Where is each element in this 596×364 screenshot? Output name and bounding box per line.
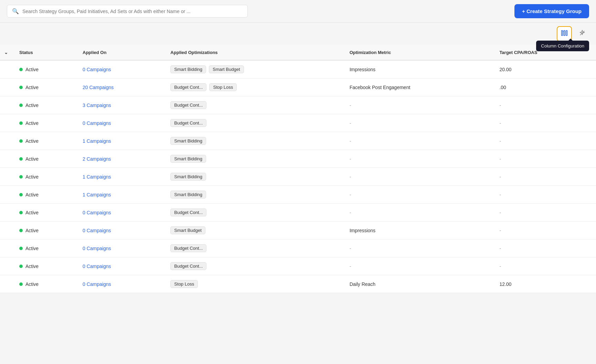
- campaigns-link[interactable]: 1 Campaigns: [83, 174, 111, 180]
- col-header-applied-optimizations[interactable]: Applied Optimizations: [165, 45, 344, 60]
- row-10-applied-on[interactable]: 0 Campaigns: [77, 239, 165, 257]
- column-config-icon: [561, 30, 568, 38]
- row-1-target: .00: [494, 78, 596, 96]
- table-row: Active3 CampaignsBudget Cont...--: [0, 96, 596, 114]
- magic-wand-button[interactable]: [575, 27, 589, 41]
- row-0-status: Active: [14, 60, 77, 78]
- create-strategy-group-button[interactable]: + Create Strategy Group: [514, 4, 589, 18]
- status-label: Active: [25, 210, 39, 215]
- optimization-tag: Smart Bidding: [170, 65, 206, 73]
- row-2-applied-on[interactable]: 3 Campaigns: [77, 96, 165, 114]
- row-1-optimization-metric: Facebook Post Engagement: [344, 78, 494, 96]
- row-6-optimizations: Smart Bidding: [165, 168, 344, 186]
- status-label: Active: [25, 174, 39, 180]
- row-4-target: -: [494, 132, 596, 150]
- row-3-applied-on[interactable]: 0 Campaigns: [77, 114, 165, 132]
- row-9-target: -: [494, 222, 596, 239]
- col-header-applied-on[interactable]: Applied On: [77, 45, 165, 60]
- row-5-optimizations: Smart Bidding: [165, 150, 344, 168]
- row-12-applied-on[interactable]: 0 Campaigns: [77, 275, 165, 293]
- active-dot: [19, 68, 23, 71]
- row-8-status: Active: [14, 204, 77, 222]
- campaigns-link[interactable]: 2 Campaigns: [83, 156, 111, 162]
- row-12-optimizations: Stop Loss: [165, 275, 344, 293]
- campaigns-link[interactable]: 20 Campaigns: [83, 85, 114, 90]
- row-7-status: Active: [14, 186, 77, 204]
- optimization-tag: Smart Bidding: [170, 137, 206, 145]
- row-10-checkbox-cell: [0, 239, 14, 257]
- status-label: Active: [25, 281, 39, 287]
- svg-rect-1: [562, 31, 563, 36]
- table-row: Active1 CampaignsSmart Bidding--: [0, 168, 596, 186]
- toolbar: Column Configuration: [0, 23, 596, 45]
- row-5-checkbox-cell: [0, 150, 14, 168]
- row-4-optimizations: Smart Bidding: [165, 132, 344, 150]
- campaigns-link[interactable]: 1 Campaigns: [83, 138, 111, 144]
- column-config-button[interactable]: [557, 26, 572, 42]
- row-8-checkbox-cell: [0, 204, 14, 222]
- row-3-target: -: [494, 114, 596, 132]
- row-7-applied-on[interactable]: 1 Campaigns: [77, 186, 165, 204]
- row-8-target: -: [494, 204, 596, 222]
- svg-rect-3: [566, 31, 567, 36]
- row-11-optimization-metric: -: [344, 257, 494, 275]
- optimization-tag: Smart Budget: [209, 65, 244, 73]
- row-6-optimization-metric: -: [344, 168, 494, 186]
- active-dot: [19, 157, 23, 161]
- active-dot: [19, 104, 23, 107]
- row-12-optimization-metric: Daily Reach: [344, 275, 494, 293]
- data-table-container: ⌄ Status Applied On Applied Optimization…: [0, 45, 596, 293]
- col-header-target[interactable]: Target CPA/ROAS: [494, 45, 596, 60]
- optimization-tag: Stop Loss: [209, 83, 237, 91]
- table-row: Active0 CampaignsStop LossDaily Reach12.…: [0, 275, 596, 293]
- campaigns-link[interactable]: 0 Campaigns: [83, 281, 111, 287]
- row-6-checkbox-cell: [0, 168, 14, 186]
- row-8-applied-on[interactable]: 0 Campaigns: [77, 204, 165, 222]
- optimization-tag: Stop Loss: [170, 280, 198, 288]
- row-0-target: 20.00: [494, 60, 596, 78]
- campaigns-link[interactable]: 0 Campaigns: [83, 228, 111, 233]
- svg-rect-2: [564, 31, 565, 36]
- status-label: Active: [25, 192, 39, 197]
- campaigns-link[interactable]: 0 Campaigns: [83, 120, 111, 126]
- campaigns-link[interactable]: 0 Campaigns: [83, 246, 111, 251]
- campaigns-link[interactable]: 0 Campaigns: [83, 264, 111, 269]
- row-6-applied-on[interactable]: 1 Campaigns: [77, 168, 165, 186]
- row-10-optimizations: Budget Cont...: [165, 239, 344, 257]
- search-container: 🔍: [7, 5, 248, 18]
- active-dot: [19, 193, 23, 196]
- campaigns-link[interactable]: 1 Campaigns: [83, 192, 111, 197]
- row-5-optimization-metric: -: [344, 150, 494, 168]
- row-4-checkbox-cell: [0, 132, 14, 150]
- row-9-applied-on[interactable]: 0 Campaigns: [77, 222, 165, 239]
- row-9-status: Active: [14, 222, 77, 239]
- row-2-optimizations: Budget Cont...: [165, 96, 344, 114]
- row-8-optimization-metric: -: [344, 204, 494, 222]
- campaigns-link[interactable]: 0 Campaigns: [83, 210, 111, 215]
- row-0-optimizations: Smart BiddingSmart Budget: [165, 60, 344, 78]
- row-0-applied-on[interactable]: 0 Campaigns: [77, 60, 165, 78]
- row-9-optimizations: Smart Budget: [165, 222, 344, 239]
- col-header-status[interactable]: Status: [14, 45, 77, 60]
- table-row: Active0 CampaignsBudget Cont...--: [0, 114, 596, 132]
- row-2-checkbox-cell: [0, 96, 14, 114]
- row-11-optimizations: Budget Cont...: [165, 257, 344, 275]
- campaigns-link[interactable]: 0 Campaigns: [83, 67, 111, 72]
- col-header-optimization-metric[interactable]: Optimization Metric: [344, 45, 494, 60]
- optimization-tag: Budget Cont...: [170, 208, 206, 216]
- row-9-checkbox-cell: [0, 222, 14, 239]
- row-5-status: Active: [14, 150, 77, 168]
- search-input[interactable]: [22, 9, 243, 14]
- status-label: Active: [25, 156, 39, 162]
- table-row: Active1 CampaignsSmart Bidding--: [0, 186, 596, 204]
- status-label: Active: [25, 138, 39, 144]
- row-11-applied-on[interactable]: 0 Campaigns: [77, 257, 165, 275]
- optimization-tag: Budget Cont...: [170, 119, 206, 127]
- row-1-applied-on[interactable]: 20 Campaigns: [77, 78, 165, 96]
- table-row: Active0 CampaignsSmart BiddingSmart Budg…: [0, 60, 596, 78]
- campaigns-link[interactable]: 3 Campaigns: [83, 103, 111, 108]
- table-row: Active0 CampaignsBudget Cont...--: [0, 257, 596, 275]
- row-2-status: Active: [14, 96, 77, 114]
- row-5-applied-on[interactable]: 2 Campaigns: [77, 150, 165, 168]
- row-4-applied-on[interactable]: 1 Campaigns: [77, 132, 165, 150]
